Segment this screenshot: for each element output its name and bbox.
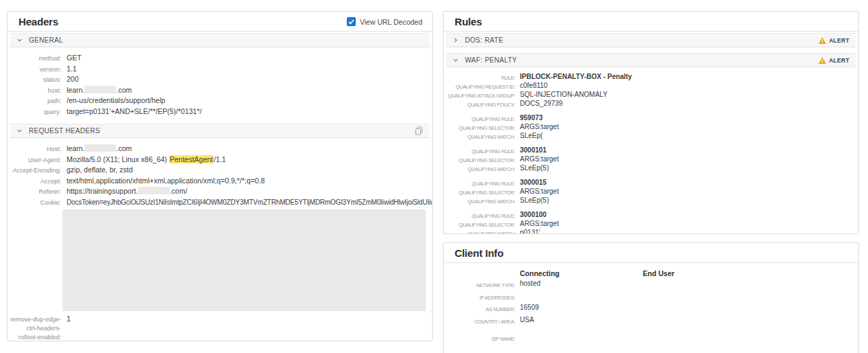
row-label: method: (8, 53, 61, 64)
row-value (643, 332, 761, 345)
row-as-number: AS NUMBER: 16509 (444, 303, 858, 315)
row-label: status: (8, 74, 61, 85)
row-qualifying-match: QUALIFYING MATCH: SLeEp( (444, 132, 852, 141)
qualifying-rule-group: QUALIFYING RULE: 3000015 QUALIFYING SELE… (444, 179, 852, 205)
row-value: https://trainingsupport..com/ (67, 186, 187, 197)
row-value: SLeEp(5) (520, 164, 549, 173)
waf-penalty-details: RULE: IPBLOCK-PENALTY-BOX - Penalty QUAL… (444, 67, 858, 234)
checkbox-checked-icon[interactable] (347, 17, 356, 26)
headers-panel-header: Headers View URL Decoded (8, 12, 432, 32)
qualifying-rule-group: QUALIFYING RULE: 3000100 QUALIFYING SELE… (444, 211, 852, 234)
general-rows: method: GET version: 1.1 status: 200 hos… (8, 47, 432, 122)
row-label: QUALIFYING SELECTOR: (444, 187, 515, 196)
redacted-value (84, 86, 116, 93)
client-info-header: Client Info (444, 243, 858, 263)
row-label: NETWORK TYPE: (444, 279, 515, 291)
row-label: RULE: (444, 73, 515, 82)
row-label: QUALIFYING MATCH: (444, 132, 515, 141)
row-value: GET (67, 53, 82, 64)
row-value: USA (520, 315, 638, 328)
request-headers-rows: Host: learn..com User-Agent: Mozilla/5.0… (8, 138, 432, 341)
section-dos-rate-bar[interactable]: DOS: RATE ALERT (446, 33, 856, 47)
row-value: ARGS:target (520, 187, 559, 196)
row-value (520, 332, 638, 345)
row-label: host: (8, 85, 61, 96)
alert-label: ALERT (829, 37, 849, 44)
redacted-value (84, 144, 116, 152)
chevron-down-icon (453, 57, 459, 63)
row-value: /en-us/credentials/support/help (67, 95, 165, 106)
row-rollout-flag: remove-dup-edge-ctrl-headers-rollout-ena… (8, 314, 425, 341)
row-value (643, 303, 761, 315)
row-value: learn..com (67, 144, 132, 155)
row-value: DocsToken=eyJhbGciOiJSUzI1NiIsImtpZCI6Ij… (67, 197, 433, 315)
section-request-headers-title: REQUEST HEADERS (29, 127, 100, 135)
row-qualifying-request-id: QUALIFYING REQUEST ID: c0fe8110 (444, 82, 852, 91)
row-value: 3000015 (520, 179, 547, 187)
row-value: IPBLOCK-PENALTY-BOX - Penalty (520, 73, 632, 82)
view-url-decoded-checkbox[interactable]: View URL Decoded (347, 17, 422, 26)
row-query: query: target=p0131'+AND+SLE/**/EP(5)/*0… (8, 106, 425, 117)
row-path: path: /en-us/credentials/support/help (8, 95, 425, 106)
row-value: Mozilla/5.0 (X11; Linux x86_64) PentestA… (67, 155, 226, 166)
row-cookie: Cookie: DocsToken=eyJhbGciOiJSUzI1NiIsIm… (8, 197, 425, 315)
row-label: QUALIFYING MATCH: (444, 196, 515, 205)
chevron-right-icon (453, 37, 459, 43)
row-value: text/html,application/xhtml+xml,applicat… (67, 176, 265, 187)
alert-badge: ALERT (819, 37, 849, 44)
row-value: hosted (520, 279, 638, 291)
connecting-column-header: Connecting (520, 269, 643, 277)
row-value: target=p0131'+AND+SLE/**/EP(5)/*0131*/ (67, 106, 202, 117)
row-label: QUALIFYING RULE: (444, 211, 515, 220)
row-ip-addresses: IP ADDRESSES: (444, 291, 858, 304)
row-label: ISP NAME: (444, 332, 515, 345)
row-label: QUALIFYING SELECTOR: (444, 155, 515, 164)
section-general-bar[interactable]: GENERAL (10, 33, 429, 47)
row-qualifying-match: QUALIFYING MATCH: p0131' (444, 229, 852, 234)
rules-panel-title: Rules (455, 16, 482, 27)
highlighted-text: PentestAgent (169, 155, 214, 163)
row-host: host: learn..com (8, 85, 425, 96)
view-url-decoded-label: View URL Decoded (360, 18, 422, 26)
row-value (643, 279, 761, 291)
row-status: status: 200 (8, 74, 425, 85)
section-general-title: GENERAL (29, 36, 63, 44)
row-user-agent: User-Agent: Mozilla/5.0 (X11; Linux x86_… (8, 155, 425, 166)
row-value: 3000100 (520, 211, 547, 220)
client-info-panel: Client Info Connecting End User NETWORK … (443, 242, 859, 353)
qualifying-rule-group: QUALIFYING RULE: 3000101 QUALIFYING SELE… (444, 146, 852, 173)
row-network-type: NETWORK TYPE: hosted (444, 279, 858, 291)
row-qualifying-rule: QUALIFYING RULE: 959073 (444, 114, 852, 123)
row-value: c0fe8110 (520, 82, 547, 91)
row-host-header: Host: learn..com (8, 144, 425, 155)
row-value: 959073 (520, 114, 542, 123)
row-label: QUALIFYING ATTACK GROUP: (444, 91, 515, 100)
redacted-cookie-block (62, 209, 426, 311)
row-method: method: GET (8, 53, 425, 64)
row-qualifying-rule: QUALIFYING RULE: 3000100 (444, 211, 852, 220)
row-accept: Accept: text/html,application/xhtml+xml,… (8, 176, 425, 187)
redacted-value (138, 187, 170, 194)
alert-label: ALERT (829, 57, 849, 64)
row-value (643, 291, 761, 304)
section-request-headers-bar[interactable]: REQUEST HEADERS (10, 124, 429, 138)
row-label: User-Agent: (8, 155, 61, 166)
section-waf-penalty-bar[interactable]: WAF: PENALTY ALERT (446, 53, 856, 67)
row-value (520, 291, 638, 304)
copy-icon[interactable] (415, 126, 423, 135)
row-label: query: (8, 106, 61, 117)
row-value: SLeEp(5) (520, 196, 549, 205)
section-dos-rate-title: DOS: RATE (465, 36, 503, 44)
row-qualifying-policy: QUALIFYING POLICY: DOCS_29739 (444, 100, 852, 109)
row-label: QUALIFYING MATCH: (444, 229, 515, 234)
row-value: gzip, deflate, br, zstd (67, 165, 133, 176)
warning-triangle-icon (819, 57, 826, 64)
row-label: Accept: (8, 176, 61, 187)
headers-panel: Headers View URL Decoded GENERAL method:… (7, 11, 433, 341)
row-value: ARGS:target (520, 220, 559, 229)
row-value: 1 (67, 314, 71, 341)
row-label: path: (8, 95, 61, 106)
row-qualifying-match: QUALIFYING MATCH: SLeEp(5) (444, 164, 852, 173)
row-value: 3000101 (520, 146, 547, 155)
row-label: Accept-Encoding: (8, 165, 61, 176)
